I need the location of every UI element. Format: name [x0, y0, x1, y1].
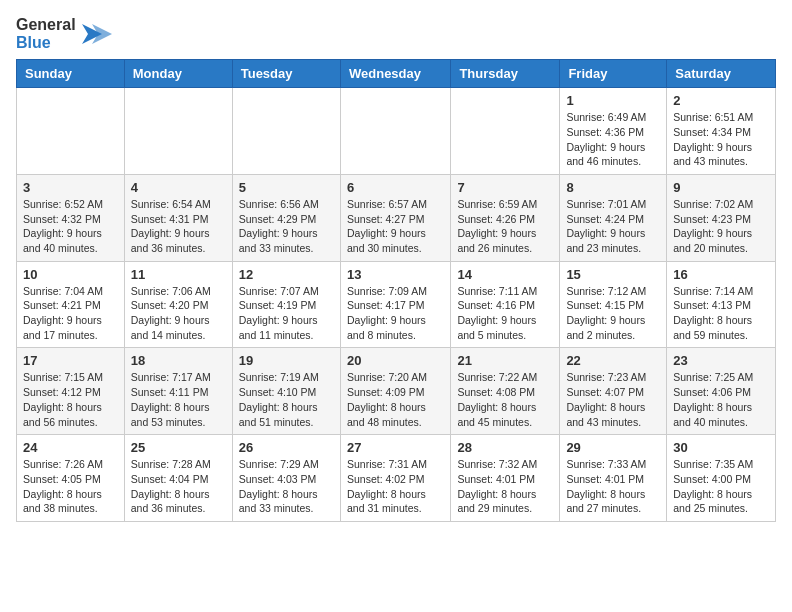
day-info: Sunrise: 7:31 AM Sunset: 4:02 PM Dayligh…	[347, 457, 444, 516]
day-info: Sunrise: 7:09 AM Sunset: 4:17 PM Dayligh…	[347, 284, 444, 343]
calendar-cell: 16Sunrise: 7:14 AM Sunset: 4:13 PM Dayli…	[667, 261, 776, 348]
weekday-header: Tuesday	[232, 60, 340, 88]
day-number: 8	[566, 180, 660, 195]
day-info: Sunrise: 7:26 AM Sunset: 4:05 PM Dayligh…	[23, 457, 118, 516]
page-header: General Blue	[16, 16, 776, 51]
day-info: Sunrise: 7:14 AM Sunset: 4:13 PM Dayligh…	[673, 284, 769, 343]
day-number: 23	[673, 353, 769, 368]
logo-general: General	[16, 16, 76, 34]
weekday-header: Monday	[124, 60, 232, 88]
calendar-cell: 18Sunrise: 7:17 AM Sunset: 4:11 PM Dayli…	[124, 348, 232, 435]
calendar-cell: 25Sunrise: 7:28 AM Sunset: 4:04 PM Dayli…	[124, 435, 232, 522]
day-number: 3	[23, 180, 118, 195]
day-number: 21	[457, 353, 553, 368]
day-info: Sunrise: 7:20 AM Sunset: 4:09 PM Dayligh…	[347, 370, 444, 429]
day-info: Sunrise: 7:11 AM Sunset: 4:16 PM Dayligh…	[457, 284, 553, 343]
calendar-cell: 6Sunrise: 6:57 AM Sunset: 4:27 PM Daylig…	[340, 174, 450, 261]
day-info: Sunrise: 7:29 AM Sunset: 4:03 PM Dayligh…	[239, 457, 334, 516]
calendar-cell: 15Sunrise: 7:12 AM Sunset: 4:15 PM Dayli…	[560, 261, 667, 348]
calendar-cell	[232, 88, 340, 175]
calendar-cell	[340, 88, 450, 175]
day-number: 17	[23, 353, 118, 368]
logo-arrow-icon	[82, 20, 112, 48]
day-number: 27	[347, 440, 444, 455]
calendar-cell: 1Sunrise: 6:49 AM Sunset: 4:36 PM Daylig…	[560, 88, 667, 175]
calendar-cell: 26Sunrise: 7:29 AM Sunset: 4:03 PM Dayli…	[232, 435, 340, 522]
day-info: Sunrise: 6:59 AM Sunset: 4:26 PM Dayligh…	[457, 197, 553, 256]
day-number: 4	[131, 180, 226, 195]
day-number: 29	[566, 440, 660, 455]
calendar-cell	[124, 88, 232, 175]
day-number: 9	[673, 180, 769, 195]
weekday-header: Friday	[560, 60, 667, 88]
calendar-cell: 22Sunrise: 7:23 AM Sunset: 4:07 PM Dayli…	[560, 348, 667, 435]
calendar-cell: 4Sunrise: 6:54 AM Sunset: 4:31 PM Daylig…	[124, 174, 232, 261]
weekday-header: Sunday	[17, 60, 125, 88]
calendar-cell: 13Sunrise: 7:09 AM Sunset: 4:17 PM Dayli…	[340, 261, 450, 348]
day-info: Sunrise: 6:52 AM Sunset: 4:32 PM Dayligh…	[23, 197, 118, 256]
day-info: Sunrise: 7:23 AM Sunset: 4:07 PM Dayligh…	[566, 370, 660, 429]
calendar-cell: 24Sunrise: 7:26 AM Sunset: 4:05 PM Dayli…	[17, 435, 125, 522]
day-number: 10	[23, 267, 118, 282]
day-info: Sunrise: 7:33 AM Sunset: 4:01 PM Dayligh…	[566, 457, 660, 516]
calendar-header-row: SundayMondayTuesdayWednesdayThursdayFrid…	[17, 60, 776, 88]
day-number: 5	[239, 180, 334, 195]
day-info: Sunrise: 7:28 AM Sunset: 4:04 PM Dayligh…	[131, 457, 226, 516]
calendar-cell: 28Sunrise: 7:32 AM Sunset: 4:01 PM Dayli…	[451, 435, 560, 522]
calendar-cell: 19Sunrise: 7:19 AM Sunset: 4:10 PM Dayli…	[232, 348, 340, 435]
calendar-week-row: 24Sunrise: 7:26 AM Sunset: 4:05 PM Dayli…	[17, 435, 776, 522]
calendar-cell: 12Sunrise: 7:07 AM Sunset: 4:19 PM Dayli…	[232, 261, 340, 348]
day-info: Sunrise: 6:54 AM Sunset: 4:31 PM Dayligh…	[131, 197, 226, 256]
calendar-cell: 9Sunrise: 7:02 AM Sunset: 4:23 PM Daylig…	[667, 174, 776, 261]
calendar-cell: 14Sunrise: 7:11 AM Sunset: 4:16 PM Dayli…	[451, 261, 560, 348]
calendar-cell: 29Sunrise: 7:33 AM Sunset: 4:01 PM Dayli…	[560, 435, 667, 522]
day-number: 19	[239, 353, 334, 368]
calendar-cell	[17, 88, 125, 175]
day-info: Sunrise: 6:57 AM Sunset: 4:27 PM Dayligh…	[347, 197, 444, 256]
logo: General Blue	[16, 16, 112, 51]
calendar-cell: 17Sunrise: 7:15 AM Sunset: 4:12 PM Dayli…	[17, 348, 125, 435]
calendar-week-row: 10Sunrise: 7:04 AM Sunset: 4:21 PM Dayli…	[17, 261, 776, 348]
day-number: 15	[566, 267, 660, 282]
day-number: 12	[239, 267, 334, 282]
day-number: 18	[131, 353, 226, 368]
calendar-table: SundayMondayTuesdayWednesdayThursdayFrid…	[16, 59, 776, 522]
day-info: Sunrise: 7:12 AM Sunset: 4:15 PM Dayligh…	[566, 284, 660, 343]
day-number: 7	[457, 180, 553, 195]
day-number: 20	[347, 353, 444, 368]
day-number: 28	[457, 440, 553, 455]
day-number: 6	[347, 180, 444, 195]
calendar-cell: 7Sunrise: 6:59 AM Sunset: 4:26 PM Daylig…	[451, 174, 560, 261]
day-info: Sunrise: 7:02 AM Sunset: 4:23 PM Dayligh…	[673, 197, 769, 256]
day-info: Sunrise: 7:32 AM Sunset: 4:01 PM Dayligh…	[457, 457, 553, 516]
calendar-week-row: 17Sunrise: 7:15 AM Sunset: 4:12 PM Dayli…	[17, 348, 776, 435]
day-number: 1	[566, 93, 660, 108]
calendar-cell: 2Sunrise: 6:51 AM Sunset: 4:34 PM Daylig…	[667, 88, 776, 175]
day-info: Sunrise: 7:06 AM Sunset: 4:20 PM Dayligh…	[131, 284, 226, 343]
day-number: 24	[23, 440, 118, 455]
day-number: 11	[131, 267, 226, 282]
day-info: Sunrise: 6:51 AM Sunset: 4:34 PM Dayligh…	[673, 110, 769, 169]
day-info: Sunrise: 6:49 AM Sunset: 4:36 PM Dayligh…	[566, 110, 660, 169]
day-info: Sunrise: 7:07 AM Sunset: 4:19 PM Dayligh…	[239, 284, 334, 343]
calendar-cell: 23Sunrise: 7:25 AM Sunset: 4:06 PM Dayli…	[667, 348, 776, 435]
calendar-week-row: 1Sunrise: 6:49 AM Sunset: 4:36 PM Daylig…	[17, 88, 776, 175]
weekday-header: Thursday	[451, 60, 560, 88]
day-number: 30	[673, 440, 769, 455]
weekday-header: Saturday	[667, 60, 776, 88]
day-info: Sunrise: 7:04 AM Sunset: 4:21 PM Dayligh…	[23, 284, 118, 343]
calendar-cell: 5Sunrise: 6:56 AM Sunset: 4:29 PM Daylig…	[232, 174, 340, 261]
calendar-cell: 21Sunrise: 7:22 AM Sunset: 4:08 PM Dayli…	[451, 348, 560, 435]
calendar-week-row: 3Sunrise: 6:52 AM Sunset: 4:32 PM Daylig…	[17, 174, 776, 261]
calendar-cell: 11Sunrise: 7:06 AM Sunset: 4:20 PM Dayli…	[124, 261, 232, 348]
day-info: Sunrise: 7:17 AM Sunset: 4:11 PM Dayligh…	[131, 370, 226, 429]
day-info: Sunrise: 7:19 AM Sunset: 4:10 PM Dayligh…	[239, 370, 334, 429]
day-number: 14	[457, 267, 553, 282]
day-info: Sunrise: 6:56 AM Sunset: 4:29 PM Dayligh…	[239, 197, 334, 256]
calendar-cell: 20Sunrise: 7:20 AM Sunset: 4:09 PM Dayli…	[340, 348, 450, 435]
logo-blue: Blue	[16, 34, 76, 52]
weekday-header: Wednesday	[340, 60, 450, 88]
calendar-cell	[451, 88, 560, 175]
day-number: 25	[131, 440, 226, 455]
calendar-cell: 30Sunrise: 7:35 AM Sunset: 4:00 PM Dayli…	[667, 435, 776, 522]
